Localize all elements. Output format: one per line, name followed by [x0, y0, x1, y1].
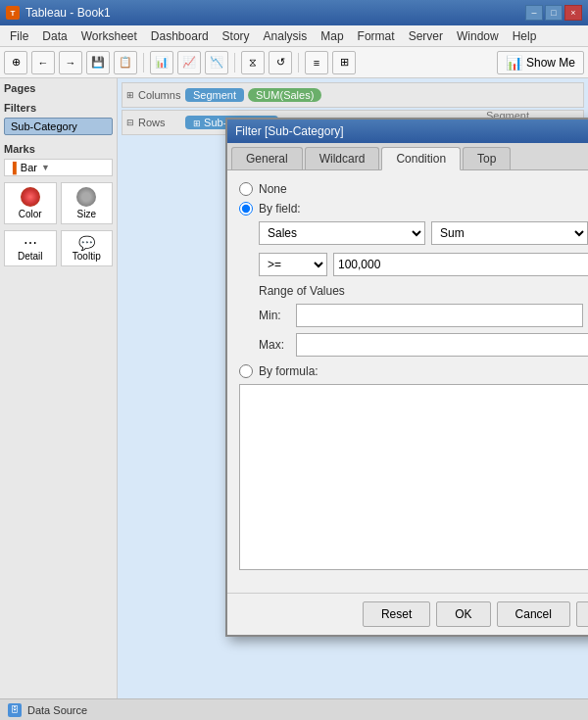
toolbar-refresh-btn[interactable]: ⊕ [4, 51, 27, 74]
rows-text: Rows [138, 117, 166, 128]
aggregation-dropdown[interactable]: Sum [431, 221, 588, 245]
tab-top[interactable]: Top [463, 147, 511, 169]
toolbar-chart-btn3[interactable]: 📉 [205, 51, 228, 74]
toolbar-duplicate-btn[interactable]: 📋 [114, 51, 137, 74]
menu-window[interactable]: Window [451, 27, 505, 45]
toolbar-chart-btn1[interactable]: 📊 [150, 51, 173, 74]
reset-button[interactable]: Reset [363, 601, 430, 627]
operator-value-row: >= [259, 253, 588, 276]
dialog-buttons: Reset OK Cancel Apply [227, 593, 588, 635]
tooltip-icon: 💬 [78, 235, 95, 251]
formula-textarea[interactable] [239, 384, 588, 570]
marks-type-selector[interactable]: ▐ Bar ▼ [4, 159, 113, 176]
rows-label: ⊟ Rows [126, 117, 185, 128]
columns-pill-segment[interactable]: Segment [185, 88, 244, 102]
filter-subcategory-chip[interactable]: Sub-Category [4, 118, 113, 135]
field-dropdown[interactable]: Sales [259, 221, 425, 245]
menu-story[interactable]: Story [217, 27, 256, 45]
pages-section: Pages [4, 82, 113, 94]
menu-help[interactable]: Help [507, 27, 543, 45]
menu-server[interactable]: Server [403, 27, 449, 45]
apply-button[interactable]: Apply [576, 601, 588, 627]
none-radio-group: None By field: Sales [239, 182, 588, 573]
menu-analysis[interactable]: Analysis [258, 27, 314, 45]
dialog-title-bar: Filter [Sub-Category] × [227, 120, 588, 143]
bar-chart-icon: 📊 [506, 55, 522, 71]
by-field-radio[interactable] [239, 202, 253, 216]
size-button[interactable]: Size [61, 182, 114, 224]
dialog-content: None By field: Sales [227, 170, 588, 593]
ok-button[interactable]: OK [436, 601, 490, 627]
size-icon [76, 187, 96, 207]
by-field-radio-row: By field: [239, 202, 588, 216]
dialog-tabs: General Wildcard Condition Top [227, 143, 588, 170]
tab-condition[interactable]: Condition [381, 147, 461, 170]
menu-file[interactable]: File [4, 27, 34, 45]
by-formula-radio[interactable] [239, 364, 253, 378]
none-radio[interactable] [239, 182, 253, 196]
menu-data[interactable]: Data [36, 27, 73, 45]
toolbar-save-btn[interactable]: 💾 [86, 51, 110, 74]
operator-dropdown[interactable]: >= [259, 253, 327, 276]
toolbar-separator-2 [234, 53, 235, 72]
menu-dashboard[interactable]: Dashboard [145, 27, 215, 45]
title-bar-controls[interactable]: – □ × [525, 5, 582, 21]
menu-format[interactable]: Format [352, 27, 401, 45]
columns-shelf: ⊞ Columns Segment SUM(Sales) [122, 82, 584, 108]
toolbar-sort-btn[interactable]: ≡ [305, 51, 328, 74]
color-icon [21, 187, 40, 207]
show-me-label: Show Me [526, 56, 575, 70]
none-radio-row: None [239, 182, 588, 196]
tab-wildcard[interactable]: Wildcard [305, 147, 380, 169]
min-input[interactable] [296, 304, 583, 327]
by-formula-label: By formula: [259, 364, 318, 378]
menu-bar: File Data Worksheet Dashboard Story Anal… [0, 25, 588, 47]
window-title: Tableau - Book1 [25, 6, 111, 20]
columns-icon: ⊞ [126, 90, 134, 100]
tab-general[interactable]: General [231, 147, 303, 169]
status-bar: 🗄 Data Source [0, 698, 588, 720]
filter-dialog: Filter [Sub-Category] × General Wildcard… [225, 118, 588, 637]
columns-label: ⊞ Columns [126, 89, 185, 101]
by-formula-radio-row: By formula: [239, 364, 588, 378]
toolbar-group-btn[interactable]: ⊞ [332, 51, 356, 74]
toolbar-back-btn[interactable]: ← [31, 51, 55, 74]
field-selects-row: Sales Sum [259, 221, 588, 245]
show-me-button[interactable]: 📊 Show Me [497, 51, 584, 74]
tooltip-button[interactable]: 💬 Tooltip [61, 230, 114, 266]
database-icon: 🗄 [8, 703, 22, 717]
none-label: None [259, 182, 287, 196]
min-row: Min: Load [259, 304, 588, 327]
close-button[interactable]: × [564, 5, 582, 21]
toolbar-chart-btn2[interactable]: 📈 [177, 51, 201, 74]
menu-map[interactable]: Map [315, 27, 349, 45]
detail-button[interactable]: ⋯ Detail [4, 230, 57, 266]
title-bar-left: T Tableau - Book1 [6, 6, 111, 20]
columns-text: Columns [138, 89, 180, 101]
minimize-button[interactable]: – [525, 5, 543, 21]
rows-icon: ⊟ [126, 118, 134, 127]
max-input[interactable] [296, 333, 588, 357]
maximize-button[interactable]: □ [545, 5, 563, 21]
cancel-button[interactable]: Cancel [497, 601, 570, 627]
data-source-label[interactable]: Data Source [27, 704, 87, 716]
marks-type-label: Bar [21, 162, 37, 173]
toolbar-separator-3 [298, 53, 299, 72]
bar-chart-icon: ▐ [9, 162, 17, 173]
toolbar-forward-btn[interactable]: → [59, 51, 82, 74]
marks-section: Marks ▐ Bar ▼ Color Size ⋯ Detail [4, 143, 113, 266]
size-label: Size [77, 209, 96, 219]
max-row: Max: [259, 333, 588, 357]
content-area: ⊞ Columns Segment SUM(Sales) ⊟ Rows ⊞ Su… [118, 78, 588, 720]
tooltip-label: Tooltip [73, 251, 101, 262]
threshold-input[interactable] [333, 253, 588, 276]
filters-title: Filters [4, 102, 113, 114]
menu-worksheet[interactable]: Worksheet [75, 27, 143, 45]
color-button[interactable]: Color [4, 182, 57, 224]
columns-pill-sales[interactable]: SUM(Sales) [248, 88, 321, 102]
toolbar-filter-btn[interactable]: ⧖ [241, 51, 265, 74]
toolbar-refresh2-btn[interactable]: ↺ [269, 51, 292, 74]
main-area: Pages Filters Sub-Category Marks ▐ Bar ▼… [0, 78, 588, 720]
detail-icon: ⋯ [24, 235, 37, 251]
range-section: Range of Values Min: Load Max: [259, 284, 588, 357]
